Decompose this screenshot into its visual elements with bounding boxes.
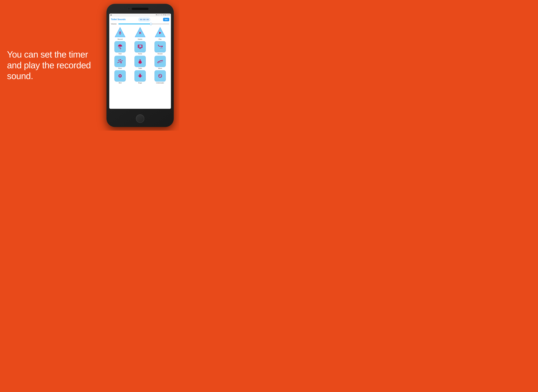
underwater-icon [157,73,163,79]
play-icon [158,31,162,35]
timer-display[interactable]: 00:00:00 [138,18,150,21]
svg-line-29 [141,76,142,76]
app-header: Toilet Sounds 00:00:00 Set [109,16,171,22]
sound-item-record: Record [111,27,130,40]
sound-item-delete: Delete [131,27,150,40]
sound-item-underwater: Underwater [151,70,170,84]
delete-button[interactable] [134,27,146,38]
status-left: ▦ [110,14,112,16]
svg-point-23 [120,75,120,76]
x-icon [138,31,142,35]
shower-button[interactable] [155,41,166,52]
svg-rect-12 [161,46,163,47]
svg-line-30 [139,74,140,74]
svg-rect-1 [120,31,121,33]
battery-percent: 48% [163,14,165,15]
left-section: You can set the timer and play the recor… [0,41,106,90]
monitor-icon [137,44,143,50]
sound-item-noise: Noise [131,41,150,55]
svg-line-27 [138,76,139,76]
sound-grid: Record Delete [109,26,171,85]
record-button[interactable] [114,27,126,38]
sound-item-bird: Bird [111,70,130,84]
bluetooth-icon: ✱ [156,14,157,15]
wave-icon [157,58,163,64]
set-button[interactable]: Set [163,18,169,21]
svg-line-31 [141,74,141,74]
svg-point-14 [160,48,160,48]
bird-icon [117,73,123,79]
wifi-icon: ▾ [159,14,160,15]
shower-icon [157,44,163,50]
record-label: Record [118,38,123,40]
nfc-icon: ◎ [157,14,158,15]
bugs-icon [137,73,143,79]
delete-label: Delete [138,38,142,40]
play-label: Play [159,38,161,40]
bird-label: Bird [119,82,122,84]
rain-button[interactable] [114,41,126,52]
toilet-label: Toilet [138,67,142,69]
volume-fill [118,23,151,24]
toilet-icon [137,59,143,64]
river-label: River [118,67,122,69]
svg-point-13 [161,47,161,48]
signal-bars: .▪▪▪▪ [160,14,162,15]
svg-line-28 [141,75,142,76]
sound-item-bugs: Bugs [131,70,150,84]
phone-body: ▦ ✱ ◎ ▾ .▪▪▪▪ 48% ▮ 13:58 Toilet Sounds … [106,4,174,127]
river-icon [117,58,123,64]
bugs-button[interactable] [134,70,146,81]
svg-point-36 [160,75,160,76]
bugs-label: Bugs [138,82,142,84]
sound-item-shower: Shower [151,41,170,55]
clock: 13:58 [167,14,170,15]
wave-button[interactable] [155,56,166,67]
noise-button[interactable] [134,41,146,52]
svg-point-35 [160,77,160,77]
sound-item-toilet: Toilet [131,56,150,69]
phone-screen: ▦ ✱ ◎ ▾ .▪▪▪▪ 48% ▮ 13:58 Toilet Sounds … [109,14,171,109]
river-button[interactable] [114,56,126,67]
menu-icon: ▦ [110,14,112,16]
mic-icon [118,31,122,35]
wave-label: Wave [158,67,162,69]
svg-line-26 [138,75,139,76]
app-title: Toilet Sounds [111,18,126,21]
umbrella-icon [117,44,123,50]
svg-point-37 [161,76,161,76]
sound-item-wave: Wave [151,56,170,69]
svg-point-11 [139,46,140,47]
toilet-button[interactable] [134,56,146,67]
phone-mockup: ▦ ✱ ◎ ▾ .▪▪▪▪ 48% ▮ 13:58 Toilet Sounds … [106,4,174,127]
sound-item-rain: Rain [111,41,130,55]
sound-item-river: River [111,56,130,69]
phone-speaker [132,8,149,10]
shower-label: Shower [157,53,163,55]
status-right: ✱ ◎ ▾ .▪▪▪▪ 48% ▮ 13:58 [156,14,170,15]
underwater-label: Underwater [156,82,164,84]
headline: You can set the timer and play the recor… [7,49,101,81]
noise-label: Noise [138,53,142,55]
volume-label: Volume [111,23,117,25]
phone-camera [127,7,130,10]
volume-slider[interactable] [118,23,169,24]
volume-thumb [150,23,152,25]
status-bar: ▦ ✱ ◎ ▾ .▪▪▪▪ 48% ▮ 13:58 [109,14,171,16]
volume-section: Volume [109,22,171,26]
rain-label: Rain [118,53,122,55]
svg-marker-8 [159,32,161,34]
sound-item-play: Play [151,27,170,40]
bird-button[interactable] [114,70,126,81]
home-button[interactable] [136,114,144,123]
svg-rect-20 [140,60,141,61]
play-button[interactable] [155,27,166,38]
underwater-button[interactable] [155,70,166,81]
svg-point-15 [162,48,162,48]
battery-icon: ▮ [165,14,166,15]
